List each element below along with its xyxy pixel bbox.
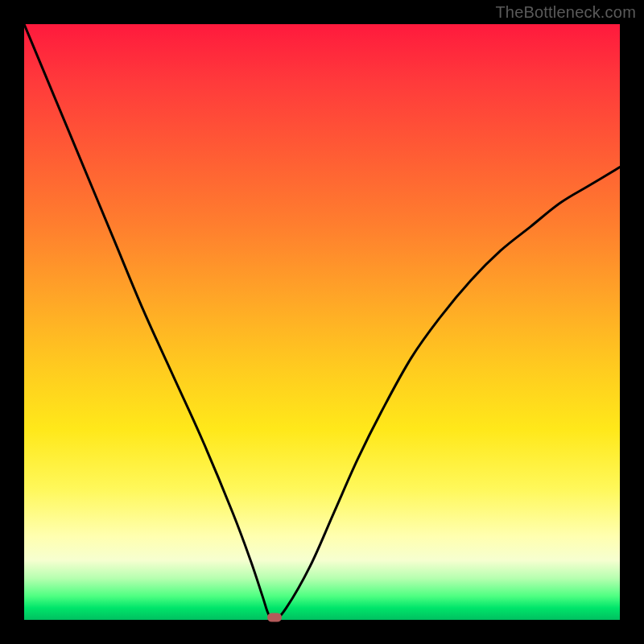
chart-frame: TheBottleneck.com — [0, 0, 644, 644]
bottleneck-curve — [24, 24, 620, 620]
watermark-text: TheBottleneck.com — [495, 3, 636, 22]
min-marker — [267, 613, 282, 622]
plot-area — [24, 24, 620, 620]
curve-layer — [24, 24, 620, 620]
